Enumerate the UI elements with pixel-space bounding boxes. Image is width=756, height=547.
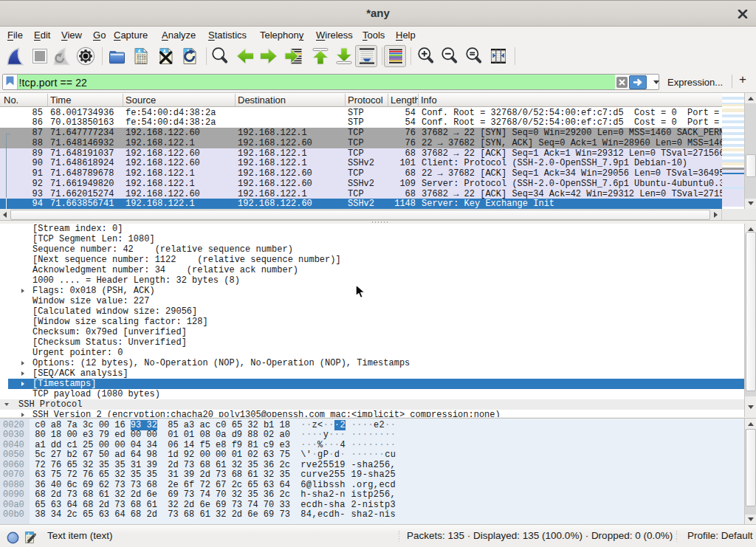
svg-text:0011: 0011: [137, 61, 145, 65]
